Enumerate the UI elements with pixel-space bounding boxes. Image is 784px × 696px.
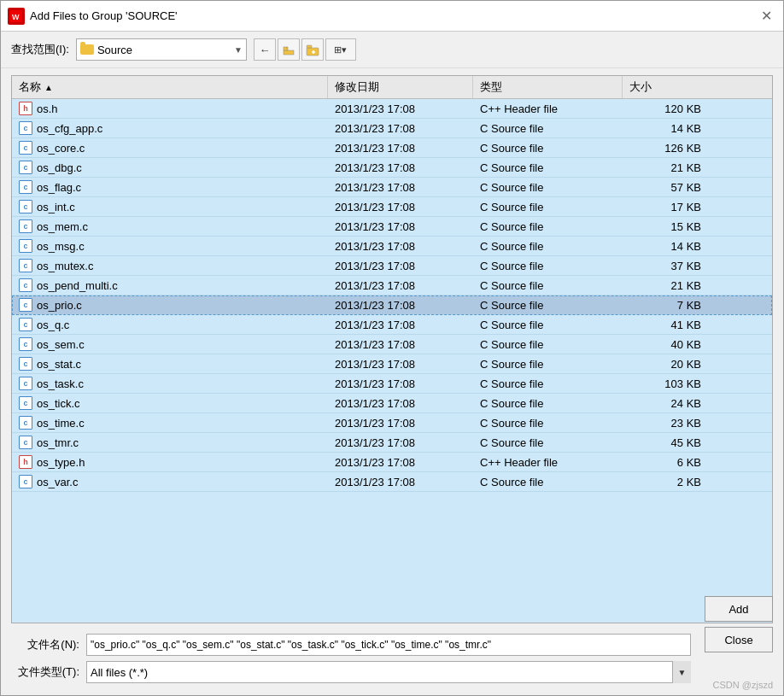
table-row[interactable]: c os_task.c 2013/1/23 17:08 C Source fil… [12, 374, 772, 394]
file-icon-c: c [19, 259, 32, 272]
cell-size: 21 KB [623, 159, 708, 177]
table-row[interactable]: c os_int.c 2013/1/23 17:08 C Source file… [12, 197, 772, 217]
header-date[interactable]: 修改日期 [328, 76, 473, 98]
up-button[interactable]: ↑ [278, 38, 300, 61]
table-row[interactable]: c os_stat.c 2013/1/23 17:08 C Source fil… [12, 354, 772, 374]
cell-type: C Source file [473, 159, 623, 177]
file-name: os_msg.c [37, 240, 85, 253]
cell-date: 2013/1/23 17:08 [328, 316, 473, 334]
cell-size: 57 KB [623, 178, 708, 196]
sort-icon: ▲ [44, 83, 53, 92]
cell-type: C Source file [473, 473, 623, 491]
cell-type: C Source file [473, 395, 623, 412]
cell-type: C++ Header file [473, 100, 623, 118]
file-name: os_flag.c [37, 181, 81, 194]
file-name: os_tmr.c [37, 436, 79, 449]
cell-date: 2013/1/23 17:08 [328, 296, 473, 314]
file-icon-c: c [19, 298, 32, 312]
svg-rect-6 [307, 45, 312, 48]
file-icon-c: c [19, 475, 32, 488]
header-size[interactable]: 大小 [623, 76, 708, 98]
file-name: os_tick.c [37, 397, 80, 410]
cell-name: c os_msg.c [12, 237, 328, 255]
new-folder-button[interactable] [301, 38, 324, 61]
close-button[interactable]: Close [705, 627, 773, 652]
file-icon-c: c [19, 318, 32, 331]
table-row[interactable]: c os_tmr.c 2013/1/23 17:08 C Source file… [12, 433, 772, 453]
file-name: os_int.c [37, 201, 75, 213]
table-row[interactable]: c os_pend_multi.c 2013/1/23 17:08 C Sour… [12, 276, 772, 295]
table-row[interactable]: c os_msg.c 2013/1/23 17:08 C Source file… [12, 237, 772, 256]
file-icon-c: c [19, 180, 32, 194]
filetype-row: 文件类型(T): All files (*.*) ▼ [11, 661, 773, 683]
cell-type: C Source file [473, 434, 623, 452]
cell-name: c os_sem.c [12, 335, 328, 354]
location-text: Source [97, 44, 231, 56]
cell-size: 126 KB [623, 139, 708, 157]
view-button[interactable]: ⊞▾ [325, 38, 356, 61]
file-icon-c: c [19, 357, 32, 371]
file-icon-c: c [19, 416, 32, 430]
svg-text:↑: ↑ [285, 45, 288, 50]
table-row[interactable]: c os_sem.c 2013/1/23 17:08 C Source file… [12, 335, 772, 354]
header-name[interactable]: 名称 ▲ [12, 76, 328, 98]
location-combo[interactable]: Source ▼ [76, 38, 247, 61]
cell-date: 2013/1/23 17:08 [328, 198, 473, 216]
filetype-select[interactable]: All files (*.*) [86, 661, 691, 683]
table-row[interactable]: h os_type.h 2013/1/23 17:08 C++ Header f… [12, 453, 772, 472]
table-row[interactable]: c os_cfg_app.c 2013/1/23 17:08 C Source … [12, 119, 772, 138]
table-row[interactable]: c os_dbg.c 2013/1/23 17:08 C Source file… [12, 158, 772, 178]
file-name: os_stat.c [37, 358, 81, 371]
file-icon-c: c [19, 396, 32, 410]
table-row[interactable]: c os_tick.c 2013/1/23 17:08 C Source fil… [12, 394, 772, 413]
cell-name: c os_cfg_app.c [12, 119, 328, 137]
filename-input[interactable] [86, 634, 691, 656]
table-row[interactable]: c os_var.c 2013/1/23 17:08 C Source file… [12, 472, 772, 492]
file-list-container[interactable]: 名称 ▲ 修改日期 类型 大小 h os.h 2013/1/23 17:08 C… [11, 75, 773, 623]
file-name: os_type.h [37, 456, 85, 469]
filename-label: 文件名(N): [11, 637, 79, 652]
cell-type: C Source file [473, 120, 623, 137]
file-icon-c: c [19, 200, 32, 213]
cell-date: 2013/1/23 17:08 [328, 375, 473, 393]
back-button[interactable]: ← [254, 38, 276, 61]
cell-type: C Source file [473, 139, 623, 157]
table-row[interactable]: c os_q.c 2013/1/23 17:08 C Source file 4… [12, 315, 772, 335]
file-icon-c: c [19, 161, 32, 174]
svg-rect-2 [284, 50, 294, 55]
cell-type: C++ Header file [473, 453, 623, 471]
cell-size: 14 KB [623, 237, 708, 255]
file-icon-c: c [19, 377, 32, 390]
cell-date: 2013/1/23 17:08 [328, 237, 473, 255]
location-label: 查找范围(I): [11, 42, 69, 57]
file-name: os_sem.c [37, 338, 85, 351]
table-row[interactable]: c os_flag.c 2013/1/23 17:08 C Source fil… [12, 178, 772, 197]
file-name: os_mutex.c [37, 260, 93, 272]
titlebar: W Add Files to Group 'SOURCE' ✕ [1, 1, 783, 32]
close-icon[interactable]: ✕ [756, 6, 776, 26]
cell-type: C Source file [473, 277, 623, 295]
action-buttons: Add Close [705, 596, 773, 652]
cell-date: 2013/1/23 17:08 [328, 218, 473, 236]
cell-name: c os_tick.c [12, 394, 328, 412]
cell-type: C Source file [473, 316, 623, 334]
cell-name: c os_mem.c [12, 217, 328, 236]
add-button[interactable]: Add [705, 596, 773, 622]
file-icon-c: c [19, 337, 32, 351]
cell-type: C Source file [473, 296, 623, 314]
dialog: W Add Files to Group 'SOURCE' ✕ 查找范围(I):… [0, 0, 784, 696]
table-row[interactable]: c os_prio.c 2013/1/23 17:08 C Source fil… [12, 295, 772, 315]
cell-size: 20 KB [623, 355, 708, 373]
table-row[interactable]: c os_core.c 2013/1/23 17:08 C Source fil… [12, 138, 772, 158]
header-type[interactable]: 类型 [473, 76, 623, 98]
table-row[interactable]: c os_mutex.c 2013/1/23 17:08 C Source fi… [12, 256, 772, 276]
table-row[interactable]: c os_time.c 2013/1/23 17:08 C Source fil… [12, 413, 772, 433]
table-row[interactable]: h os.h 2013/1/23 17:08 C++ Header file 1… [12, 99, 772, 119]
cell-type: C Source file [473, 257, 623, 275]
cell-size: 7 KB [623, 296, 708, 314]
table-row[interactable]: c os_mem.c 2013/1/23 17:08 C Source file… [12, 217, 772, 237]
cell-size: 24 KB [623, 395, 708, 412]
cell-date: 2013/1/23 17:08 [328, 355, 473, 373]
file-name: os_pend_multi.c [37, 279, 118, 292]
filetype-label: 文件类型(T): [11, 664, 79, 680]
